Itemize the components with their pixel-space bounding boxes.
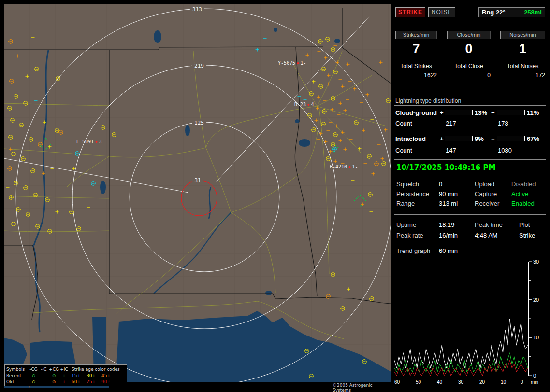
count-label: Count (395, 147, 412, 154)
map-canvas[interactable]: 31321912531 Y-50751-D-234-E-50913-B-4210… (4, 4, 391, 388)
ic-plus-pct: 9% (475, 135, 484, 142)
trend-series-noises (394, 353, 528, 372)
capture-label: Capture (475, 190, 497, 197)
cg-minus-bar (497, 110, 525, 115)
total-noises-value: 172 (500, 72, 545, 79)
trend-x-tick: 30 (458, 379, 463, 385)
total-strikes-value: 1622 (395, 72, 437, 79)
station-label: E-50913- (76, 139, 105, 144)
trend-graph-row: Trend graph 60 min (394, 247, 546, 255)
total-close-label: Total Close (447, 63, 491, 70)
legend-age-code: 45+ (101, 373, 111, 378)
ic-minus-bar (497, 136, 525, 141)
trend-y-tick: 20 (533, 297, 539, 303)
trend-x-tick: 0 (521, 379, 523, 385)
cloud-ground-label: Cloud-ground (395, 109, 437, 116)
close-per-min-value: 0 (447, 42, 491, 56)
trend-y-tick: 10 (533, 335, 539, 340)
range-ring-label: 313 (192, 6, 202, 13)
strike-button[interactable]: STRIKE (395, 7, 425, 17)
cg-minus-pct: 11% (527, 109, 539, 116)
legend-age-code: 15+ (72, 373, 81, 378)
minus-sign: − (491, 109, 495, 116)
settings-row: Squelch 0 Upload Disabled (394, 181, 546, 188)
bearing-label: Bng 22° (482, 9, 506, 16)
receiver-label: Receiver (475, 200, 499, 207)
trend-graph: 3020100 (394, 259, 546, 378)
map-legend: Symbols-CG-IC+CG+ICStrike age color code… (4, 364, 127, 386)
legend-cell: ⊕ (49, 373, 59, 378)
cg-plus-bar (445, 110, 473, 115)
legend-cell: ⊖ (29, 373, 39, 378)
uptime-label: Uptime (396, 221, 416, 228)
legend-age-code: 30+ (87, 373, 96, 378)
peak-time-value: 4:48 AM (475, 232, 498, 239)
peak-rate-label: Peak rate (396, 232, 423, 239)
trend-graph-label: Trend graph (396, 247, 430, 254)
trend-x-axis: 6050403020100min (394, 379, 546, 385)
trend-y-tick: 0 (533, 373, 536, 378)
legend-cell: Symbols (6, 366, 29, 372)
upload-label: Upload (475, 181, 494, 188)
svg-text:1-: 1- (352, 164, 358, 169)
noises-per-min-button[interactable]: Noises/min (500, 31, 545, 39)
legend-cell: +CG (49, 366, 59, 372)
noises-per-min-value: 1 (500, 42, 545, 56)
ic-minus-count: 1080 (498, 147, 512, 154)
svg-text:4-: 4- (311, 102, 317, 107)
performance-row: Peak rate 16/min 4:48 AM Strike (394, 232, 546, 239)
strikes-column: Strikes/min 7 Total Strikes 1622 (395, 31, 437, 85)
svg-text:3-: 3- (99, 139, 105, 144)
station-label: B-42101- (330, 164, 358, 169)
bearing-display[interactable]: Bng 22° 258mi (478, 7, 545, 17)
current-datetime: 10/17/2025 10:49:16 PM (396, 163, 495, 172)
peak-time-label: Peak time (475, 221, 503, 228)
map-bottom-bar: ©2005 Astrogenic Systems (109, 382, 391, 388)
copyright: ©2005 Astrogenic Systems (333, 383, 391, 392)
distribution-title: Lightning type distribution (395, 98, 461, 104)
station-label: Y-50751- (278, 60, 306, 66)
trend-x-tick: 60 (394, 379, 400, 385)
total-strikes-label: Total Strikes (395, 63, 437, 70)
uptime-value: 18:19 (439, 221, 455, 228)
svg-text:B-4210: B-4210 (330, 164, 347, 169)
status-panel: STRIKE NOISE Bng 22° 258mi Strikes/min 7… (394, 4, 546, 388)
legend-cell: Recent (6, 373, 29, 378)
trend-graph-window: 60 min (439, 247, 458, 254)
ic-plus-bar (445, 136, 473, 141)
ic-plus-count: 147 (446, 147, 456, 154)
capture-status: Active (511, 190, 528, 197)
strikes-per-min-button[interactable]: Strikes/min (395, 31, 437, 39)
trend-series-close (394, 361, 528, 376)
total-close-value: 0 (447, 72, 491, 79)
cg-plus-pct: 13% (475, 109, 487, 116)
svg-text:D-23: D-23 (294, 102, 306, 107)
count-label: Count (395, 120, 412, 127)
settings-row: Persistence 90 min Capture Active (394, 190, 546, 198)
trend-x-tick: 40 (437, 379, 442, 385)
ic-minus-pct: 67% (527, 135, 539, 142)
range-ring-label: 219 (194, 63, 204, 69)
legend-cell: ⊕ (49, 379, 59, 385)
svg-text:1-: 1- (301, 60, 306, 66)
squelch-label: Squelch (396, 181, 419, 188)
plot-value: Strike (519, 232, 535, 239)
minus-sign: − (491, 135, 495, 142)
legend-cell: − (39, 373, 49, 378)
legend-cell: + (59, 379, 69, 385)
plus-sign: + (440, 135, 444, 142)
svg-text:Y-5075: Y-5075 (278, 60, 295, 66)
intracloud-row: Intracloud + 9% − 67% (394, 135, 546, 142)
peak-rate-value: 16/min (439, 232, 458, 239)
trend-graph-canvas: 3020100 (394, 259, 545, 378)
persistence-value: 90 min (439, 190, 458, 197)
range-ring-label: 125 (194, 120, 204, 126)
close-per-min-button[interactable]: Close/min (447, 31, 491, 39)
distance-label: 258mi (524, 9, 542, 16)
legend-age-codes: 15+30+45+ (69, 373, 125, 378)
total-noises-label: Total Noises (500, 63, 545, 70)
range-label: Range (396, 200, 415, 207)
settings-row: Range 313 mi Receiver Enabled (394, 200, 546, 208)
noise-button[interactable]: NOISE (428, 7, 455, 17)
lightning-map[interactable]: 31321912531 Y-50751-D-234-E-50913-B-4210… (4, 4, 391, 388)
